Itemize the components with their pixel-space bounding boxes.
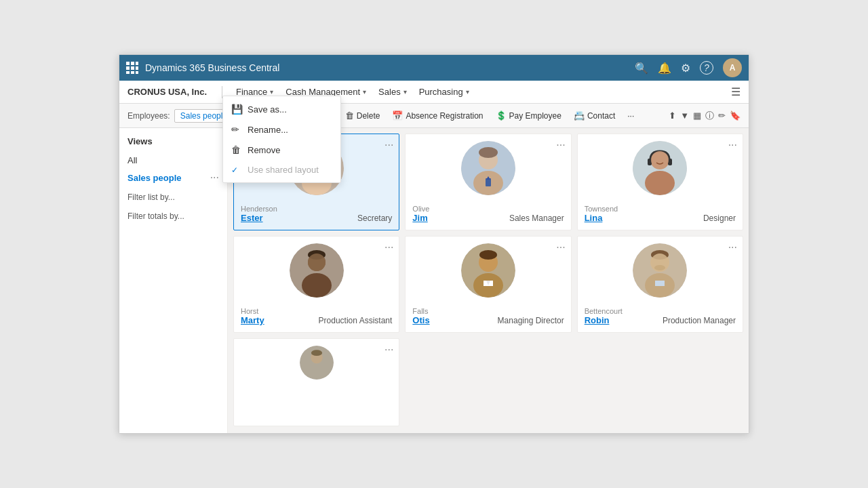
card-partial[interactable]: ··· [233, 338, 399, 426]
filter-icon[interactable]: ▼ [680, 110, 689, 121]
toolbar-right: ⬆ ▼ ▦ ⓘ ✏ 🔖 [669, 110, 741, 122]
card-lastname-ester: Henderson [241, 205, 277, 213]
remove-icon: 🗑 [231, 144, 242, 155]
sidebar-item-salespeople[interactable]: Sales people [127, 173, 181, 183]
card-marty[interactable]: ··· [233, 236, 399, 333]
card-jim[interactable]: ··· [405, 134, 571, 230]
sidebar-salespeople-row: Sales people ··· [119, 169, 227, 186]
sidebar-item-all[interactable]: All [119, 152, 227, 169]
rename-icon: ✏ [231, 128, 242, 135]
hamburger-icon[interactable]: ☰ [731, 85, 741, 98]
filter-totals-by[interactable]: Filter totals by... [119, 208, 227, 224]
edit-icon[interactable]: ✏ [718, 110, 726, 121]
card-otis[interactable]: ··· [405, 236, 571, 333]
waffle-icon[interactable] [126, 62, 138, 74]
delete-button[interactable]: 🗑 Delete [340, 108, 386, 123]
card-more-robin[interactable]: ··· [728, 242, 737, 253]
toolbar: Employees: Sales people ▾ 🔍 Search + New… [119, 104, 749, 128]
share-icon[interactable]: ⬆ [669, 110, 676, 121]
nav-bar: CRONUS USA, Inc. Finance ▾ Cash Manageme… [119, 81, 749, 104]
photo-wrapper-jim [412, 141, 564, 201]
sidebar: Views All Sales people ··· Filter list b… [119, 128, 228, 433]
card-lastname-otis: Falls [412, 307, 428, 315]
more-button[interactable]: ··· [622, 109, 639, 123]
photo-wrapper-robin [585, 243, 736, 303]
svg-rect-7 [131, 71, 134, 74]
card-firstname-jim[interactable]: Jim [412, 213, 427, 223]
card-more-ester[interactable]: ··· [384, 140, 393, 150]
employees-label: Employees: [127, 111, 170, 121]
card-firstname-robin[interactable]: Robin [585, 315, 610, 325]
views-title: Views [119, 136, 227, 152]
svg-rect-8 [136, 71, 138, 74]
avatar-marty [290, 243, 344, 298]
pay-employee-button[interactable]: 💲 Pay Employee [490, 108, 567, 123]
card-more-partial[interactable]: ··· [384, 344, 393, 355]
svg-point-45 [654, 265, 665, 270]
user-avatar[interactable]: A [723, 58, 742, 77]
card-role-marty: Production Assistant [319, 316, 393, 325]
nav-sales[interactable]: Sales ▾ [374, 84, 411, 100]
contact-button[interactable]: 📇 Contact [568, 108, 620, 123]
chevron-down-icon: ▾ [403, 88, 407, 96]
card-more-otis[interactable]: ··· [556, 242, 565, 253]
photo-wrapper-marty [241, 243, 392, 303]
photo-wrapper-otis [412, 243, 564, 303]
notification-icon[interactable]: 🔔 [658, 62, 671, 75]
card-role-lina: Designer [703, 214, 736, 223]
salespeople-more-icon[interactable]: ··· [210, 172, 219, 183]
ctx-remove[interactable]: 🗑 Remove [223, 140, 340, 160]
contact-icon: 📇 [574, 110, 585, 121]
svg-rect-2 [136, 62, 138, 65]
card-lastname-jim: Olive [412, 205, 429, 213]
bookmark-icon[interactable]: 🔖 [730, 110, 741, 121]
company-name: CRONUS USA, Inc. [127, 87, 207, 97]
card-more-jim[interactable]: ··· [556, 140, 565, 150]
chevron-down-icon: ▾ [270, 88, 273, 96]
info-icon[interactable]: ⓘ [705, 110, 714, 122]
card-more-lina[interactable]: ··· [728, 140, 737, 150]
svg-point-24 [645, 171, 675, 195]
layout-icon[interactable]: ▦ [693, 110, 701, 121]
app-title: Dynamics 365 Business Central [145, 62, 635, 73]
sidebar-item-salespeople-container: Sales people ··· [119, 169, 227, 186]
svg-point-36 [479, 250, 497, 260]
photo-wrapper-partial [241, 346, 392, 385]
svg-point-48 [311, 350, 322, 356]
svg-rect-0 [126, 62, 130, 65]
avatar-partial [300, 346, 334, 380]
absence-button[interactable]: 📅 Absence Registration [387, 108, 488, 123]
card-firstname-marty[interactable]: Marty [241, 315, 264, 325]
card-firstname-lina[interactable]: Lina [585, 213, 603, 223]
ctx-rename[interactable]: ✏ Rename... [223, 128, 340, 140]
filter-list-by[interactable]: Filter list by... [119, 189, 227, 205]
svg-point-30 [302, 273, 332, 298]
nav-purchasing[interactable]: Purchasing ▾ [415, 84, 473, 100]
card-more-marty[interactable]: ··· [384, 242, 393, 253]
calendar-icon: 📅 [392, 110, 403, 121]
photo-wrapper-lina [585, 141, 736, 201]
card-role-otis: Managing Director [498, 316, 564, 325]
avatar-lina [633, 141, 687, 195]
svg-rect-43 [655, 281, 665, 286]
avatar-jim [461, 141, 515, 195]
top-bar: Dynamics 365 Business Central 🔍 🔔 ⚙ ? A [119, 55, 749, 81]
card-lina[interactable]: ··· [577, 134, 743, 230]
card-lastname-robin: Bettencourt [585, 307, 623, 315]
avatar-robin [633, 243, 687, 298]
card-firstname-otis[interactable]: Otis [412, 315, 429, 325]
search-topbar-icon[interactable]: 🔍 [635, 62, 648, 75]
context-menu: 💾 Save as... ✏ Rename... 🗑 Remove ✓ Use … [222, 128, 341, 183]
svg-rect-5 [136, 66, 138, 70]
avatar-otis [461, 243, 515, 298]
help-icon[interactable]: ? [700, 61, 713, 75]
svg-rect-4 [131, 66, 134, 70]
card-robin[interactable]: ··· [577, 236, 743, 333]
card-role-jim: Sales Manager [509, 214, 564, 223]
svg-rect-6 [126, 71, 130, 74]
card-firstname-ester[interactable]: Ester [241, 213, 263, 223]
settings-icon[interactable]: ⚙ [681, 62, 690, 75]
delete-icon: 🗑 [345, 110, 354, 121]
ctx-sharedlayout[interactable]: ✓ Use shared layout [223, 160, 340, 180]
svg-point-19 [479, 147, 498, 158]
